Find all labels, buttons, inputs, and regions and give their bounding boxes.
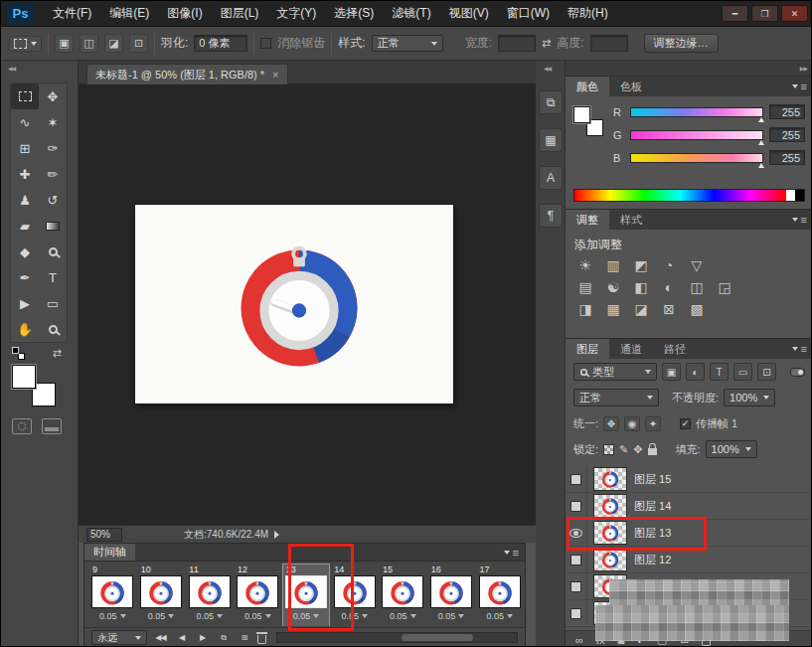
- lock-all-icon[interactable]: [648, 448, 657, 455]
- green-value-input[interactable]: 255: [769, 127, 805, 142]
- filter-type-select[interactable]: 类型: [573, 363, 657, 381]
- photo-filter-icon[interactable]: ◐: [657, 277, 681, 297]
- frame-thumbnail[interactable]: [382, 575, 423, 608]
- panel-menu-icon[interactable]: ≡: [792, 210, 812, 230]
- lock-transparency-icon[interactable]: [603, 444, 614, 455]
- filter-pixel-layers-icon[interactable]: ▣: [662, 363, 681, 381]
- pen-tool[interactable]: ✒: [11, 264, 39, 290]
- info-panel-icon[interactable]: ▦: [539, 128, 563, 152]
- hue-saturation-icon[interactable]: ▤: [573, 277, 597, 297]
- lasso-tool[interactable]: ∿: [11, 109, 39, 135]
- tab-timeline[interactable]: 时间轴: [84, 544, 135, 561]
- frame-delay[interactable]: 0.05: [186, 608, 233, 623]
- filter-smart-objects-icon[interactable]: ⊡: [757, 363, 776, 381]
- filtering-toggle[interactable]: [790, 368, 805, 377]
- frame-delay[interactable]: 0.05: [89, 608, 136, 623]
- gradient-tool[interactable]: [39, 213, 67, 239]
- status-arrow-icon[interactable]: [274, 531, 279, 539]
- frame-11[interactable]: 11 0.05: [186, 565, 233, 626]
- exposure-icon[interactable]: ◔: [657, 255, 681, 275]
- panel-menu-icon[interactable]: ≡: [504, 544, 525, 561]
- eyedropper-tool[interactable]: ✑: [39, 135, 67, 161]
- menu-type[interactable]: 文字(Y): [267, 1, 325, 27]
- layer-row[interactable]: 图层 14: [566, 493, 812, 520]
- menu-view[interactable]: 视图(V): [440, 1, 498, 27]
- spectrum-black-cell[interactable]: [795, 190, 804, 201]
- brush-tool[interactable]: ✏: [39, 161, 67, 187]
- feather-input[interactable]: 0 像素: [194, 35, 247, 52]
- gradient-map-icon[interactable]: ▩: [685, 299, 709, 319]
- layer-row[interactable]: 图层 15: [566, 466, 812, 493]
- expand-strip-icon[interactable]: ◀◀: [544, 65, 551, 72]
- menu-layer[interactable]: 图层(L): [212, 1, 268, 27]
- frame-thumbnail[interactable]: [334, 575, 376, 608]
- zoom-level-input[interactable]: 50%: [86, 528, 122, 542]
- menu-select[interactable]: 选择(S): [325, 1, 383, 27]
- paragraph-panel-icon[interactable]: ¶: [539, 204, 563, 228]
- color-spectrum-ramp[interactable]: [573, 189, 805, 202]
- levels-icon[interactable]: ▥: [601, 255, 625, 275]
- unify-style-icon[interactable]: ✦: [645, 416, 661, 431]
- frame-thumbnail[interactable]: [237, 575, 278, 608]
- propagate-frame-checkbox[interactable]: ✓: [680, 418, 691, 429]
- frame-thumbnail[interactable]: [189, 575, 231, 608]
- frame-14[interactable]: 14 0.05: [331, 565, 378, 626]
- selection-add-icon[interactable]: ◫: [80, 34, 98, 53]
- clone-stamp-tool[interactable]: ♟: [11, 187, 39, 213]
- play-button[interactable]: ▶: [195, 630, 210, 645]
- frame-thumbnail[interactable]: [285, 575, 327, 608]
- frame-thumbnail[interactable]: [430, 575, 472, 608]
- spot-healing-brush-tool[interactable]: ✚: [11, 161, 39, 187]
- tab-paths[interactable]: 路径: [653, 339, 697, 359]
- filter-type-layers-icon[interactable]: T: [710, 363, 729, 381]
- selection-subtract-icon[interactable]: ◪: [104, 34, 123, 53]
- color-balance-icon[interactable]: ☯: [601, 277, 625, 297]
- blue-value-input[interactable]: 255: [769, 150, 805, 165]
- invert-icon[interactable]: ◨: [573, 299, 597, 319]
- color-lookup-icon[interactable]: ◲: [713, 277, 736, 297]
- layer-thumbnail[interactable]: [593, 521, 627, 545]
- rectangular-marquee-tool[interactable]: [11, 83, 39, 109]
- clone-source-panel-icon[interactable]: ⧉: [539, 90, 563, 114]
- spectrum-white-cell[interactable]: [786, 190, 795, 201]
- hand-tool[interactable]: ✋: [11, 316, 39, 342]
- filter-shape-layers-icon[interactable]: ▭: [733, 363, 752, 381]
- screen-mode-icon[interactable]: [42, 418, 62, 434]
- layer-name[interactable]: 图层 13: [634, 526, 671, 541]
- character-panel-icon[interactable]: A: [539, 166, 563, 190]
- close-button[interactable]: ✕: [781, 5, 808, 22]
- unify-position-icon[interactable]: ✥: [603, 416, 619, 431]
- tool-preset-dropdown[interactable]: [9, 36, 42, 52]
- blend-mode-select[interactable]: 正常: [573, 389, 659, 406]
- zoom-tool[interactable]: [39, 316, 67, 342]
- tab-color[interactable]: 颜色: [566, 77, 609, 96]
- minimize-button[interactable]: ━: [722, 5, 748, 22]
- red-slider[interactable]: [630, 107, 763, 117]
- layer-row[interactable]: 图层 12: [566, 547, 812, 573]
- frame-delay[interactable]: 0.05: [380, 608, 426, 623]
- eraser-tool[interactable]: ▰: [11, 213, 39, 239]
- tab-layers[interactable]: 图层: [566, 339, 609, 359]
- layer-thumbnail[interactable]: [593, 494, 627, 518]
- frame-thumbnail[interactable]: [140, 575, 182, 608]
- scrollbar-thumb[interactable]: [402, 634, 473, 641]
- blur-tool[interactable]: ◆: [11, 239, 39, 264]
- new-frame-button[interactable]: ⊞: [237, 630, 251, 645]
- layer-row-layer-13[interactable]: 图层 13: [566, 520, 812, 547]
- quick-selection-tool[interactable]: ✶: [39, 109, 67, 135]
- spectrum-gradient[interactable]: [574, 190, 786, 201]
- selective-color-icon[interactable]: ⊠: [657, 299, 681, 319]
- panel-menu-icon[interactable]: ≡: [792, 77, 812, 96]
- move-tool[interactable]: ✥: [39, 83, 67, 109]
- layer-name[interactable]: 图层 12: [634, 553, 671, 567]
- type-tool[interactable]: T: [39, 264, 67, 290]
- blue-slider[interactable]: [630, 153, 763, 163]
- frame-9[interactable]: 9 0.05: [89, 565, 136, 626]
- frame-delay[interactable]: 0.05: [476, 608, 523, 623]
- visibility-box-icon[interactable]: [570, 474, 581, 485]
- frame-delay[interactable]: 0.05: [138, 608, 185, 623]
- menu-help[interactable]: 帮助(H): [559, 1, 617, 27]
- visibility-box-icon[interactable]: [570, 608, 581, 619]
- menu-window[interactable]: 窗口(W): [498, 1, 559, 27]
- tab-swatches[interactable]: 色板: [609, 77, 653, 96]
